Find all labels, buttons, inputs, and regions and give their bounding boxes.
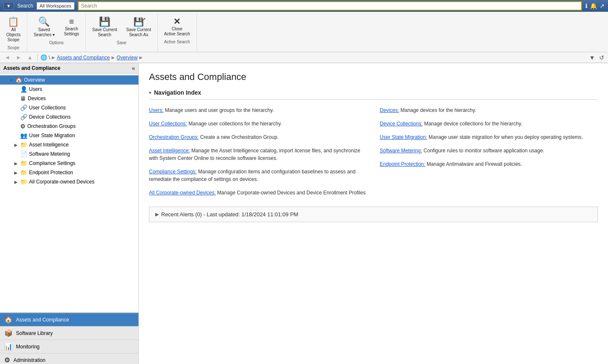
- users-label: Users: [29, 86, 42, 92]
- software-metering-label: Software Metering: [29, 151, 70, 157]
- workspace-selector[interactable]: All Workspaces: [37, 2, 74, 10]
- expand-overview: ▾: [8, 78, 13, 82]
- nav-link-all-corporate-devices[interactable]: All Corporate-owned Devices:: [149, 190, 216, 196]
- notifications-icon[interactable]: 🔔: [590, 3, 597, 9]
- nav-link-compliance-settings[interactable]: Compliance Settings:: [149, 169, 196, 175]
- nav-link-orchestration-groups[interactable]: Orchestration Groups:: [149, 134, 199, 140]
- overview-icon: 🏠: [15, 77, 22, 83]
- nav-link-user-state-migration[interactable]: User State Migration:: [380, 134, 427, 140]
- close-active-search-button[interactable]: ✕ CloseActive Search: [160, 15, 194, 39]
- users-icon: 👤: [20, 86, 27, 93]
- info-icon[interactable]: ℹ: [585, 3, 587, 9]
- nav-link-users[interactable]: Users:: [149, 107, 164, 113]
- sidebar-item-users[interactable]: 👤 Users: [0, 85, 138, 94]
- nav-index-left-col: Users: Manage users and user groups for …: [149, 106, 367, 197]
- external-link-icon[interactable]: ↗: [600, 3, 605, 9]
- nav-item-asset-intelligence: Asset Intelligence: Manage the Asset Int…: [149, 147, 367, 162]
- devices-label: Devices: [28, 96, 46, 101]
- ribbon-group-scope-label: Scope: [8, 45, 19, 50]
- nav-desc-user-collections: Manage user collections for the hierarch…: [189, 121, 282, 127]
- recent-alerts-text: Recent Alerts (0) - Last updated: 1/18/2…: [161, 211, 298, 218]
- breadcrumb-root: \: [49, 55, 50, 61]
- back-button[interactable]: ◄: [3, 53, 12, 62]
- sidebar-item-software-metering[interactable]: 📄 Software Metering: [0, 149, 138, 159]
- nav-item-software-library[interactable]: 📦 Software Library: [0, 326, 138, 340]
- nav-index-right-col: Devices: Manage devices for the hierarch…: [380, 106, 598, 197]
- sidebar-item-endpoint-protection[interactable]: ▶ 📁 Endpoint Protection: [0, 168, 138, 177]
- nav-link-software-metering[interactable]: Software Metering:: [380, 148, 422, 154]
- forward-button[interactable]: ►: [14, 53, 24, 62]
- ribbon-group-active-search-label: Active Search: [164, 40, 190, 44]
- content-area: Assets and Compliance ▾ Navigation Index…: [139, 63, 608, 364]
- device-collections-icon: 🔗: [20, 114, 27, 120]
- monitoring-nav-label: Monitoring: [16, 344, 40, 350]
- sidebar-item-device-collections[interactable]: 🔗 Device Collections: [0, 112, 138, 122]
- compliance-settings-icon: 📁: [20, 160, 27, 167]
- save-current-search-button[interactable]: 💾 Save CurrentSearch: [88, 15, 121, 40]
- nav-desc-user-state-migration: Manage user state migration for when you…: [429, 134, 583, 140]
- search-label: Search: [17, 3, 33, 9]
- nav-link-asset-intelligence[interactable]: Asset Intelligence:: [149, 148, 190, 154]
- compliance-settings-label: Compliance Settings: [29, 160, 75, 166]
- administration-nav-label: Administration: [13, 357, 45, 363]
- nav-desc-devices: Manage devices for the hierarchy.: [401, 107, 476, 113]
- app-menu-button[interactable]: ▼: [3, 2, 14, 10]
- overview-label: Overview: [24, 77, 45, 83]
- nav-item-monitoring[interactable]: 📊 Monitoring: [0, 340, 138, 353]
- nav-index-title: Navigation Index: [154, 89, 201, 96]
- user-state-migration-icon: 👥: [20, 132, 27, 139]
- nav-index-section-header[interactable]: ▾ Navigation Index: [149, 89, 598, 96]
- saved-searches-button[interactable]: 🔍 SavedSearches ▾: [30, 15, 58, 40]
- asset-intelligence-icon: 📁: [20, 141, 27, 148]
- nav-link-device-collections[interactable]: Device Collections:: [380, 121, 423, 127]
- bottom-nav: 🏠 Assets and Compliance 📦 Software Libra…: [0, 312, 138, 364]
- endpoint-protection-label: Endpoint Protection: [29, 170, 73, 175]
- nav-separator: [37, 54, 38, 61]
- nav-item-devices: Devices: Manage devices for the hierarch…: [380, 106, 598, 114]
- nav-item-users: Users: Manage users and user groups for …: [149, 106, 367, 114]
- breadcrumb-assets-compliance[interactable]: Assets and Compliance: [57, 55, 110, 61]
- close-active-search-label: CloseActive Search: [164, 27, 190, 37]
- sidebar-item-orchestration-groups[interactable]: ⚙ Orchestration Groups: [0, 122, 138, 131]
- endpoint-protection-icon: 📁: [20, 169, 27, 176]
- nav-link-devices[interactable]: Devices:: [380, 107, 399, 113]
- nav-link-endpoint-protection[interactable]: Endpoint Protection:: [380, 161, 425, 167]
- sidebar-item-all-corporate-devices[interactable]: ▶ 📁 All Corporate-owned Devices: [0, 177, 138, 186]
- user-collections-label: User Collections: [29, 105, 66, 111]
- nav-desc-all-corporate-devices: Manage Corporate-owned Devices and Devic…: [217, 190, 366, 196]
- sidebar-item-overview[interactable]: ▾ 🏠 Overview: [0, 75, 138, 85]
- nav-item-administration[interactable]: ⚙ Administration: [0, 353, 138, 364]
- sidebar-item-asset-intelligence[interactable]: ▶ 📁 Asset Intelligence: [0, 140, 138, 149]
- search-settings-icon: ≡: [69, 17, 74, 26]
- nav-item-compliance-settings: Compliance Settings: Manage configuratio…: [149, 168, 367, 183]
- nav-item-orchestration-groups: Orchestration Groups: Create a new Orche…: [149, 133, 367, 141]
- title-bar-icons: ℹ 🔔 ↗: [585, 3, 605, 9]
- nav-desc-endpoint-protection: Manage Antimalware and Firewall policies…: [427, 161, 522, 167]
- sidebar-item-devices[interactable]: 🖥 Devices: [0, 94, 138, 103]
- software-library-nav-icon: 📦: [4, 329, 13, 337]
- ribbon-group-scope: 📋 AllObjectsScope Scope: [0, 13, 27, 52]
- ribbon-group-active-search: ✕ CloseActive Search Active Search: [158, 13, 197, 52]
- save-current-search-as-label: Save CurrentSearch As: [126, 27, 151, 37]
- recent-alerts-box[interactable]: ▶ Recent Alerts (0) - Last updated: 1/18…: [149, 207, 598, 222]
- sidebar-item-compliance-settings[interactable]: ▶ 📁 Compliance Settings: [0, 159, 138, 168]
- alerts-toggle-icon: ▶: [155, 212, 159, 217]
- search-input[interactable]: [78, 1, 582, 11]
- nav-dropdown-button[interactable]: ▼: [588, 54, 596, 61]
- sidebar-item-user-collections[interactable]: 🔗 User Collections: [0, 103, 138, 112]
- sidebar-item-user-state-migration[interactable]: 👥 User State Migration: [0, 131, 138, 140]
- all-objects-scope-button[interactable]: 📋 AllObjectsScope: [3, 15, 24, 45]
- nav-index-toggle: ▾: [149, 90, 151, 96]
- breadcrumb: \ ▶ Assets and Compliance ▶ Overview ▶: [49, 55, 143, 61]
- save-current-search-as-button[interactable]: 💾↗ Save CurrentSearch As: [122, 15, 155, 40]
- breadcrumb-overview[interactable]: Overview: [117, 55, 138, 61]
- nav-index-divider: [149, 99, 598, 100]
- close-icon: ✕: [173, 17, 181, 26]
- nav-link-user-collections[interactable]: User Collections:: [149, 121, 187, 127]
- search-settings-button[interactable]: ≡ SearchSettings: [60, 15, 83, 39]
- up-button[interactable]: ▲: [25, 53, 35, 62]
- nav-item-assets-compliance[interactable]: 🏠 Assets and Compliance: [0, 313, 138, 326]
- objects-scope-icon: 📋: [8, 17, 19, 27]
- nav-refresh-button[interactable]: ↺: [598, 54, 605, 61]
- sidebar-collapse-button[interactable]: «: [132, 65, 135, 72]
